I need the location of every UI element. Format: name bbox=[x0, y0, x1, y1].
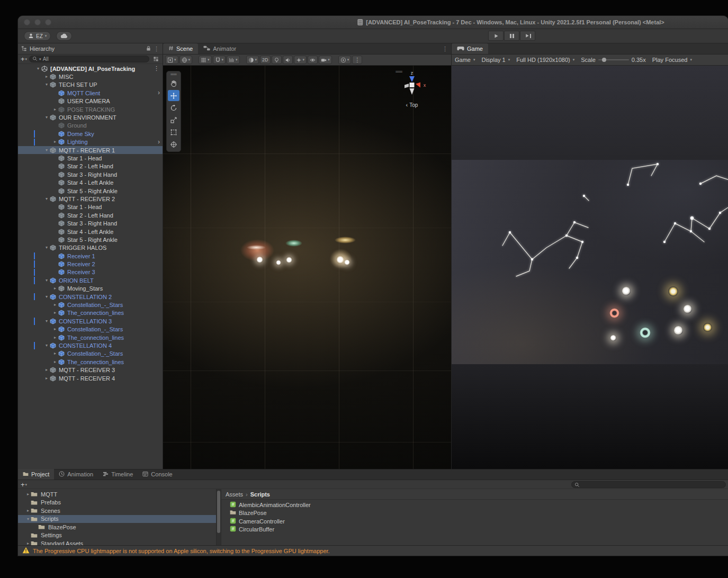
prefab-open-chevron-icon[interactable]: › bbox=[158, 89, 160, 97]
expand-arrow-icon[interactable]: ▾ bbox=[43, 83, 50, 87]
hierarchy-item[interactable]: ▾OUR ENVIRONMENT bbox=[18, 113, 163, 121]
hierarchy-item[interactable]: Receiver 1 bbox=[18, 252, 163, 260]
view-hand-tool-button[interactable] bbox=[168, 78, 179, 89]
create-object-button[interactable]: +▾ bbox=[21, 56, 27, 62]
expand-arrow-icon[interactable]: ▸ bbox=[52, 303, 58, 307]
asset-item[interactable]: BlazePose bbox=[221, 509, 728, 518]
scale-tool-button[interactable] bbox=[168, 114, 179, 125]
hierarchy-item[interactable]: MQTT Client› bbox=[18, 89, 163, 97]
hierarchy-item[interactable]: ▸MISC bbox=[18, 73, 163, 80]
tab-game[interactable]: Game bbox=[452, 43, 488, 54]
step-button[interactable] bbox=[520, 31, 535, 41]
effects-button[interactable]: ▾ bbox=[294, 56, 307, 64]
cloud-services-button[interactable] bbox=[56, 31, 72, 41]
hierarchy-item[interactable]: Receiver 2 bbox=[18, 260, 163, 268]
scene-viewport[interactable]: ══ ══ z bbox=[163, 66, 451, 469]
scale-slider[interactable]: Scale0.35x bbox=[581, 57, 645, 63]
lock-icon[interactable] bbox=[146, 46, 151, 52]
play-button[interactable] bbox=[488, 31, 504, 41]
create-asset-button[interactable]: +▾ bbox=[21, 481, 27, 488]
expand-arrow-icon[interactable]: ▾ bbox=[43, 115, 50, 120]
project-folder-item[interactable]: ▾Scripts bbox=[18, 515, 221, 523]
hierarchy-item[interactable]: Star 5 - Right Ankle bbox=[18, 236, 163, 243]
hierarchy-item[interactable]: ▾CONSTELLATION 3 bbox=[18, 317, 163, 325]
panel-menu-icon[interactable]: ⋮ bbox=[442, 46, 448, 52]
hierarchy-item[interactable]: Dome Sky bbox=[18, 130, 163, 138]
expand-arrow-icon[interactable]: ▸ bbox=[25, 508, 31, 513]
hierarchy-item[interactable]: ▸POSE TRACKING bbox=[18, 105, 163, 113]
expand-arrow-icon[interactable]: ▾ bbox=[43, 246, 50, 250]
expand-arrow-icon[interactable]: ▾ bbox=[43, 344, 50, 348]
status-bar[interactable]: The Progressive CPU lightmapper is not s… bbox=[18, 545, 728, 556]
panel-menu-icon[interactable]: ⋮ bbox=[154, 46, 159, 52]
hierarchy-item[interactable]: ▸Constellation_-_Stars bbox=[18, 350, 163, 358]
full-hd-1920x1080--dropdown[interactable]: Full HD (1920x1080)▾ bbox=[516, 57, 574, 63]
hierarchy-item[interactable]: ▸The_connection_lines bbox=[18, 333, 163, 341]
game-dropdown[interactable]: Game▾ bbox=[455, 57, 475, 63]
move-tool-button[interactable] bbox=[168, 90, 179, 101]
transform-tool-button[interactable] bbox=[168, 139, 179, 150]
visibility-button[interactable] bbox=[308, 56, 318, 64]
hierarchy-item[interactable]: ▸MQTT - RECEIVER 4 bbox=[18, 374, 163, 382]
view-orientation-label[interactable]: ‹ Top bbox=[391, 102, 433, 108]
expand-arrow-icon[interactable]: ▸ bbox=[52, 351, 58, 356]
project-folder-item[interactable]: Settings bbox=[18, 531, 221, 540]
scrollbar[interactable] bbox=[216, 489, 221, 545]
orientation-gizmo[interactable]: z x ‹ Top bbox=[391, 70, 433, 108]
breadcrumb-root[interactable]: Assets bbox=[226, 491, 243, 498]
expand-arrow-icon[interactable]: ▾ bbox=[43, 148, 50, 152]
tab-animation[interactable]: Animation bbox=[54, 469, 98, 480]
expand-arrow-icon[interactable]: ▸ bbox=[43, 368, 50, 372]
hierarchy-item[interactable]: ▸The_connection_lines bbox=[18, 358, 163, 366]
camera-button[interactable]: ▾ bbox=[319, 56, 332, 64]
hierarchy-item[interactable]: Star 1 - Head bbox=[18, 154, 163, 162]
hierarchy-item[interactable]: ▾TRIGGER HALOS bbox=[18, 244, 163, 252]
hierarchy-tab[interactable]: Hierarchy ⋮ bbox=[18, 43, 163, 55]
shading-button[interactable]: ▾ bbox=[246, 56, 259, 64]
display-1-dropdown[interactable]: Display 1▾ bbox=[481, 57, 510, 63]
expand-arrow-icon[interactable]: ▸ bbox=[52, 286, 58, 291]
expand-arrow-icon[interactable]: ▸ bbox=[43, 376, 50, 381]
hierarchy-item[interactable]: Star 4 - Left Ankle bbox=[18, 228, 163, 236]
prefab-open-chevron-icon[interactable]: › bbox=[158, 138, 160, 146]
expand-arrow-icon[interactable]: ▾ bbox=[43, 278, 50, 283]
snap-button[interactable]: ▾ bbox=[213, 56, 226, 64]
rotate-tool-button[interactable] bbox=[168, 102, 179, 113]
hierarchy-item[interactable]: Star 5 - Right Ankle bbox=[18, 187, 163, 195]
hierarchy-item[interactable]: ▾CONSTELLATION 4 bbox=[18, 341, 163, 349]
expand-arrow-icon[interactable]: ▸ bbox=[43, 75, 50, 79]
hierarchy-item[interactable]: ▾[ADVANCED] AI_PoseTracking⋮ bbox=[18, 65, 163, 73]
scrollbar-thumb[interactable] bbox=[217, 491, 220, 533]
hierarchy-item[interactable]: ▾ORION BELT bbox=[18, 276, 163, 284]
expand-arrow-icon[interactable]: ▸ bbox=[52, 107, 58, 112]
asset-item[interactable]: #AlembicAnimationController bbox=[221, 501, 728, 509]
mode-2d-button[interactable]: 2D bbox=[260, 56, 271, 64]
hierarchy-item[interactable]: ▸Constellation_-_Stars bbox=[18, 326, 163, 333]
scene-picker-button[interactable] bbox=[151, 56, 160, 63]
asset-item[interactable]: #CameraController bbox=[221, 517, 728, 526]
expand-arrow-icon[interactable]: ▸ bbox=[25, 492, 31, 496]
expand-arrow-icon[interactable]: ▸ bbox=[52, 311, 58, 315]
hierarchy-item[interactable]: Star 3 - Right Hand bbox=[18, 170, 163, 178]
tab-timeline[interactable]: Timeline bbox=[98, 469, 138, 480]
project-search-input[interactable] bbox=[571, 481, 726, 488]
expand-arrow-icon[interactable]: ▾ bbox=[43, 295, 50, 299]
pause-button[interactable] bbox=[504, 31, 519, 41]
expand-arrow-icon[interactable]: ▾ bbox=[43, 197, 50, 201]
tab-project[interactable]: Project bbox=[18, 469, 54, 480]
lighting-button[interactable] bbox=[272, 56, 282, 64]
hierarchy-item[interactable]: Star 4 - Left Ankle bbox=[18, 178, 163, 186]
drag-handle-icon[interactable]: ══ bbox=[170, 73, 176, 77]
audio-button[interactable] bbox=[283, 56, 293, 64]
expand-arrow-icon[interactable]: ▸ bbox=[25, 541, 31, 545]
expand-arrow-icon[interactable]: ▾ bbox=[35, 67, 41, 71]
expand-arrow-icon[interactable]: ▾ bbox=[25, 517, 31, 521]
hierarchy-item[interactable]: Star 2 - Left Hand bbox=[18, 162, 163, 170]
grid-button[interactable]: ▾ bbox=[199, 56, 212, 64]
hierarchy-search-input[interactable]: ▾ All bbox=[29, 56, 149, 62]
close-window-button[interactable] bbox=[24, 19, 30, 25]
project-folder-item[interactable]: BlazePose bbox=[18, 523, 221, 531]
project-folder-item[interactable]: ▸Scenes bbox=[18, 507, 221, 515]
hierarchy-item[interactable]: Star 2 - Left Hand bbox=[18, 211, 163, 219]
project-folder-item[interactable]: ▸Standard Assets bbox=[18, 539, 221, 545]
